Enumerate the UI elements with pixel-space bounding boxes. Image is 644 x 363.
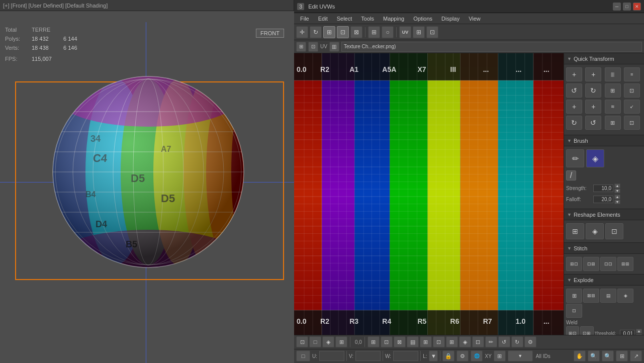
falloff-input[interactable] <box>593 196 613 203</box>
menu-file[interactable]: File <box>296 15 313 23</box>
snap-btn[interactable]: ⊡ <box>426 26 438 38</box>
weld-btn-2[interactable]: ⊡⊞ <box>580 326 593 335</box>
nav-btn-8[interactable]: ◈ <box>459 336 471 347</box>
menu-display[interactable]: Display <box>437 15 464 23</box>
texture-btn3[interactable]: ▥ <box>329 42 339 52</box>
select-btn[interactable]: ⊞ <box>368 26 380 38</box>
qt-btn-scale-h[interactable]: ||| <box>605 67 621 81</box>
v-input[interactable] <box>355 351 381 361</box>
qt-btn-rot3[interactable]: ↺ <box>585 116 601 130</box>
ids-dropdown[interactable]: ▼ <box>508 350 533 361</box>
scale-tool-btn[interactable]: ⊞ <box>323 26 335 38</box>
menu-options[interactable]: Options <box>409 15 436 23</box>
brush-erase-btn[interactable]: ◈ <box>586 149 604 167</box>
sel-mode-face[interactable]: ◈ <box>322 336 334 347</box>
qt-btn-rot-cw[interactable]: ↻ <box>585 83 601 98</box>
options-btn2[interactable]: ⚙ <box>456 350 469 361</box>
maximize-button[interactable]: □ <box>623 3 631 11</box>
stitch-btn-4[interactable]: ⊞⊞ <box>617 257 633 271</box>
xy-btn[interactable]: ⊞ <box>494 350 506 361</box>
freeform-tool-btn[interactable]: ⊡ <box>337 26 349 38</box>
explode-btn-4[interactable]: ◈ <box>617 289 633 303</box>
quick-transform-header[interactable]: ▼ Quick Transform <box>564 53 644 64</box>
nav-btn-3[interactable]: ⊠ <box>394 336 406 347</box>
explode-btn-1[interactable]: ⊞ <box>566 289 582 303</box>
sel-mode-edge[interactable]: □ <box>309 336 321 347</box>
qt-btn-rot-ccw[interactable]: ↺ <box>566 83 582 98</box>
uv-btn[interactable]: UV <box>399 26 411 38</box>
nav-btn-1[interactable]: ⊞ <box>367 336 380 347</box>
qt-btn-mirror-h[interactable]: ≋ <box>605 100 621 114</box>
qt-btn-mirror-v[interactable]: ↙ <box>624 100 640 114</box>
minimize-button[interactable]: ─ <box>613 3 621 11</box>
u-input[interactable] <box>319 351 344 361</box>
stitch-btn-1[interactable]: ⊞⊡ <box>566 257 582 271</box>
rotate-tool-btn[interactable]: ↻ <box>310 26 322 38</box>
brush-header[interactable]: ▼ Brush <box>564 135 644 146</box>
weld-btn-1[interactable]: ⊞⊡ <box>566 326 579 335</box>
qt-btn-grid4[interactable]: ⊡ <box>624 116 640 130</box>
zoom-btn2[interactable]: 🔍 <box>602 350 614 361</box>
stitch-btn-2[interactable]: ⊡⊞ <box>583 257 599 271</box>
brush-paint-btn[interactable]: ✏ <box>566 149 584 167</box>
explode-btn-2[interactable]: ⊠⊞ <box>583 289 599 303</box>
qt-btn-rot2[interactable]: ↻ <box>566 116 582 130</box>
reshape-btn-1[interactable]: ⊞ <box>566 223 584 239</box>
qt-btn-move2[interactable]: + <box>566 100 582 114</box>
threshold-input[interactable] <box>620 330 635 335</box>
reshape-btn-2[interactable]: ◈ <box>586 223 604 239</box>
nav-btn-2[interactable]: ⊡ <box>381 336 393 347</box>
stitch-btn-3[interactable]: ⊡⊡ <box>600 257 616 271</box>
qt-btn-move3[interactable]: + <box>585 100 601 114</box>
grid-btn[interactable]: ⊞ <box>413 26 425 38</box>
reshape-btn-3[interactable]: ⊡ <box>605 223 623 239</box>
nav-btn-6[interactable]: ⊡ <box>433 336 445 347</box>
falloff-down[interactable]: ▼ <box>614 200 620 204</box>
texture-name-input[interactable] <box>341 42 642 52</box>
qt-btn-move-up[interactable]: + <box>585 67 601 81</box>
qt-btn-grid1[interactable]: ⊞ <box>605 83 621 98</box>
falloff-up[interactable]: ▲ <box>614 195 620 199</box>
zoom-btn3[interactable]: ⊞ <box>616 350 628 361</box>
strength-down[interactable]: ▼ <box>614 189 620 193</box>
qt-btn-move-left[interactable]: + <box>566 67 582 81</box>
nav-btn-9[interactable]: ⊡ <box>472 336 484 347</box>
strength-input[interactable] <box>593 185 613 192</box>
menu-tools[interactable]: Tools <box>357 15 378 23</box>
checker-btn[interactable]: ⊞ <box>296 42 306 52</box>
mode-btn-1[interactable]: □ <box>296 350 310 361</box>
options-btn[interactable]: ⚙ <box>524 336 536 347</box>
menu-edit[interactable]: Edit <box>314 15 332 23</box>
menu-view[interactable]: View <box>465 15 485 23</box>
nav-btn-4[interactable]: ▤ <box>407 336 419 347</box>
nav-btn-10[interactable]: ✏ <box>485 336 497 347</box>
move-tool-btn[interactable]: ✛ <box>296 26 308 38</box>
zoom-btn4[interactable]: ↗ <box>630 350 642 361</box>
lock-btn[interactable]: 🔒 <box>442 350 454 361</box>
qt-btn-grid3[interactable]: ⊞ <box>605 116 621 130</box>
explode-header[interactable]: ▼ Explode <box>564 275 644 286</box>
nav-btn-11[interactable]: ↺ <box>498 336 510 347</box>
mirror-tool-btn[interactable]: ⊠ <box>350 26 362 38</box>
nav-btn-5[interactable]: ⊞ <box>420 336 432 347</box>
explode-btn-5[interactable]: ⊡ <box>566 304 582 318</box>
nav-btn-7[interactable]: ⊞ <box>446 336 458 347</box>
w-input[interactable] <box>393 351 418 361</box>
qt-btn-flip-v[interactable]: ≡ <box>624 67 640 81</box>
reshape-header[interactable]: ▼ Reshape Elements <box>564 209 644 220</box>
stitch-header[interactable]: ▼ Stitch <box>564 243 644 254</box>
zoom-btn1[interactable]: 🔍 <box>588 350 600 361</box>
close-button[interactable]: ✕ <box>633 3 641 11</box>
axes-btn[interactable]: 🌐 <box>471 350 483 361</box>
viewport-3d-area[interactable]: Total TERRE Polys: 18 432 6 144 Verts: 1… <box>0 11 294 363</box>
uv-canvas-area[interactable]: 0.0 R2 A1 A5A X7 III ... ... ... 0.0 R2 … <box>294 53 564 335</box>
menu-mapping[interactable]: Mapping <box>379 15 408 23</box>
strength-up[interactable]: ▲ <box>614 184 620 188</box>
sel-mode-element[interactable]: ⊞ <box>335 336 347 347</box>
nav-btn-12[interactable]: ↻ <box>511 336 523 347</box>
loop-btn[interactable]: ○ <box>382 26 394 38</box>
menu-select[interactable]: Select <box>333 15 356 23</box>
explode-btn-3[interactable]: ▤ <box>600 289 616 303</box>
threshold-up[interactable]: ▲ <box>636 329 642 333</box>
qt-btn-grid2[interactable]: ⊡ <box>624 83 640 98</box>
